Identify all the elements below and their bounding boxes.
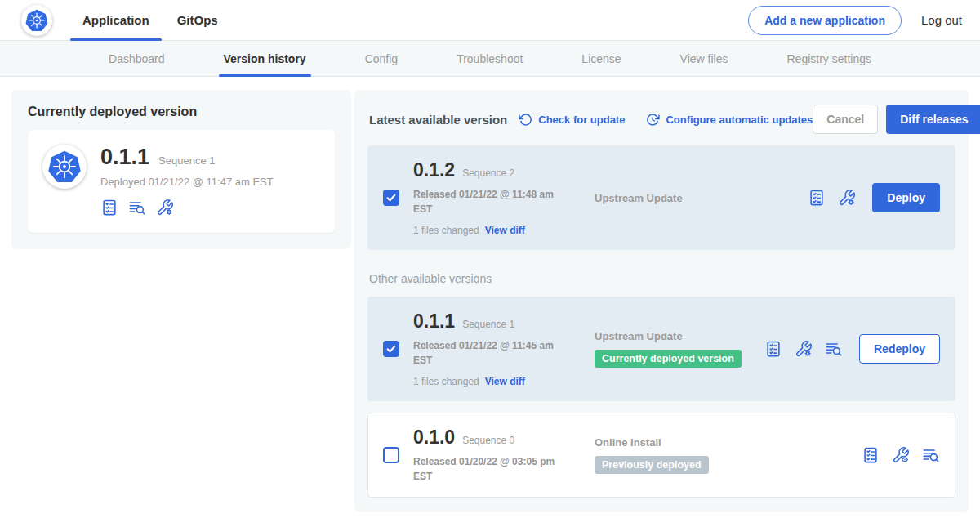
- subnav-tab-view-files[interactable]: View files: [675, 41, 733, 76]
- preflight-checks-icon[interactable]: [764, 340, 782, 358]
- latest-version-title: Latest available version: [369, 113, 507, 127]
- app-logo: [42, 145, 87, 189]
- deploy-logs-icon[interactable]: [922, 446, 940, 464]
- top-tab-gitops[interactable]: GitOps: [165, 0, 230, 40]
- subnav-tab-license[interactable]: License: [577, 41, 626, 76]
- version-checkbox[interactable]: [383, 341, 399, 357]
- version-info: 0.1.1 Sequence 1 Released 01/21/22 @ 11:…: [413, 310, 591, 387]
- deployed-version-timestamp: Deployed 01/21/22 @ 11:47 am EST: [100, 176, 274, 188]
- cancel-button[interactable]: Cancel: [813, 105, 878, 134]
- deployed-version-info: 0.1.1 Sequence 1 Deployed 01/21/22 @ 11:…: [100, 145, 274, 217]
- check-for-update-link[interactable]: Check for update: [519, 113, 625, 127]
- view-diff-link[interactable]: View diff: [485, 376, 525, 387]
- config-view-icon[interactable]: [892, 446, 910, 464]
- kubernetes-logo: [21, 5, 52, 36]
- files-changed-label: 1 files changed: [413, 225, 479, 236]
- files-changed-label: 1 files changed: [413, 376, 479, 387]
- version-source-label: Online Install: [595, 436, 862, 449]
- config-settings-icon[interactable]: [838, 189, 856, 207]
- top-nav-right: Add a new application Log out: [748, 6, 962, 35]
- deployed-version-actions: [100, 199, 274, 217]
- latest-version-header: Latest available version Check for updat…: [368, 103, 956, 134]
- logout-link[interactable]: Log out: [921, 13, 962, 27]
- update-links: Check for update Configure automatic upd…: [519, 113, 813, 127]
- configure-automatic-updates-link[interactable]: Configure automatic updates: [646, 113, 813, 127]
- version-source-label: Upstream Update: [595, 192, 808, 204]
- top-nav: ApplicationGitOps Add a new application …: [0, 0, 980, 41]
- version-status: Online Install Previously deployed: [591, 436, 862, 474]
- view-diff-link[interactable]: View diff: [485, 225, 525, 236]
- diff-action-buttons: Cancel Diff releases: [813, 105, 980, 134]
- version-actions: [862, 446, 940, 464]
- kubernetes-wheel-icon: [47, 149, 82, 185]
- version-row-0.1.1: 0.1.1 Sequence 1 Released 01/21/22 @ 11:…: [368, 297, 956, 401]
- preflight-checks-icon[interactable]: [808, 189, 826, 207]
- add-application-button[interactable]: Add a new application: [748, 6, 902, 35]
- version-row-0.1.0: 0.1.0 Sequence 0 Released 01/20/22 @ 03:…: [368, 413, 956, 498]
- config-settings-icon[interactable]: [795, 340, 813, 358]
- deploy-logs-icon[interactable]: [825, 340, 843, 358]
- version-number: 0.1.1: [413, 310, 455, 333]
- subnav-tab-config[interactable]: Config: [360, 41, 403, 76]
- version-released-timestamp: Released 01/21/22 @ 11:48 am EST: [413, 187, 567, 217]
- main-content: Currently deployed version 0.1.1 Sequenc…: [0, 77, 980, 512]
- version-actions: Deploy: [808, 183, 940, 212]
- version-actions: Redeploy: [764, 334, 940, 364]
- subnav-tab-registry-settings[interactable]: Registry settings: [782, 41, 876, 76]
- schedule-update-icon: [646, 113, 660, 127]
- version-sequence: Sequence 0: [462, 435, 514, 446]
- preflight-checks-icon[interactable]: [862, 446, 880, 464]
- version-released-timestamp: Released 01/20/22 @ 03:05 pm EST: [413, 454, 567, 484]
- deployed-panel-title: Currently deployed version: [28, 105, 335, 119]
- version-checkbox[interactable]: [383, 190, 399, 206]
- subnav-tab-dashboard[interactable]: Dashboard: [104, 41, 170, 76]
- refresh-icon: [519, 113, 532, 127]
- deployment-status-badge: Currently deployed version: [595, 350, 742, 368]
- check-for-update-label: Check for update: [538, 114, 625, 126]
- version-row-0.1.2: 0.1.2 Sequence 2 Released 01/21/22 @ 11:…: [368, 145, 956, 250]
- subnav-tab-version-history[interactable]: Version history: [219, 41, 311, 76]
- top-nav-tabs: ApplicationGitOps: [70, 0, 234, 40]
- version-status: Upstream Update Currently deployed versi…: [591, 330, 764, 368]
- version-number: 0.1.0: [413, 426, 455, 449]
- top-tab-application[interactable]: Application: [70, 0, 162, 40]
- deploy-logs-icon[interactable]: [128, 199, 146, 217]
- version-status: Upstream Update: [591, 192, 808, 204]
- other-versions-label: Other available versions: [369, 272, 954, 285]
- version-info: 0.1.2 Sequence 2 Released 01/21/22 @ 11:…: [413, 159, 591, 236]
- version-sequence: Sequence 1: [462, 319, 514, 330]
- version-history-panel: Latest available version Check for updat…: [354, 90, 969, 512]
- config-settings-icon[interactable]: [156, 199, 174, 217]
- deployed-version-sequence: Sequence 1: [158, 154, 215, 167]
- deployed-version-card: 0.1.1 Sequence 1 Deployed 01/21/22 @ 11:…: [28, 130, 335, 233]
- diff-releases-button[interactable]: Diff releases: [886, 105, 980, 134]
- version-released-timestamp: Released 01/21/22 @ 11:45 am EST: [413, 338, 567, 368]
- preflight-checks-icon[interactable]: [100, 199, 118, 217]
- version-info: 0.1.0 Sequence 0 Released 01/20/22 @ 03:…: [413, 426, 591, 484]
- deploy-button[interactable]: Deploy: [872, 183, 940, 212]
- version-checkbox[interactable]: [383, 447, 399, 463]
- version-number: 0.1.2: [413, 159, 455, 181]
- app-sub-nav: DashboardVersion historyConfigTroublesho…: [0, 41, 980, 77]
- kubernetes-wheel-icon: [24, 8, 49, 33]
- redeploy-button[interactable]: Redeploy: [859, 334, 940, 364]
- configure-updates-label: Configure automatic updates: [666, 114, 813, 126]
- subnav-tab-troubleshoot[interactable]: Troubleshoot: [452, 41, 528, 76]
- currently-deployed-panel: Currently deployed version 0.1.1 Sequenc…: [11, 90, 351, 249]
- version-sequence: Sequence 2: [462, 167, 514, 179]
- deployment-status-badge: Previously deployed: [595, 456, 709, 474]
- deployed-version-number: 0.1.1: [100, 145, 149, 170]
- version-source-label: Upstream Update: [595, 330, 764, 342]
